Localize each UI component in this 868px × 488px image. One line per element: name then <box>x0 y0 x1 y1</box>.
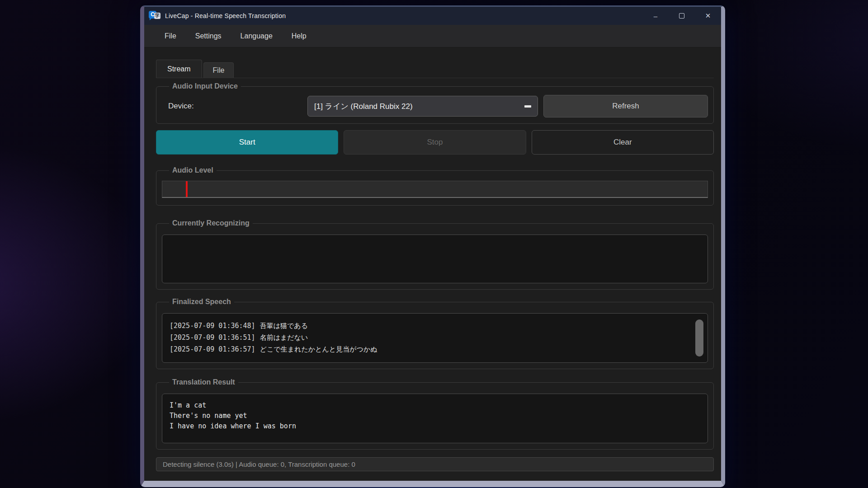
finalized-timestamp: [2025-07-09 01:36:48] <box>170 322 255 330</box>
tab-bar: Stream File <box>156 60 714 78</box>
tab-pane-divider <box>156 78 714 78</box>
maximize-icon <box>679 13 684 19</box>
title-bar: C 字 LiveCap - Real-time Speech Transcrip… <box>144 7 721 25</box>
minimize-button[interactable]: – <box>642 7 669 25</box>
minimize-icon: – <box>654 12 657 20</box>
currently-recognizing-legend: Currently Recognizing <box>169 219 253 227</box>
finalized-speech-legend: Finalized Speech <box>169 298 234 306</box>
translation-line: I have no idea where I was born <box>170 421 700 432</box>
finalized-line: [2025-07-09 01:36:57]どこで生まれたかとんと見当がつかぬ <box>170 343 700 355</box>
close-icon: ✕ <box>705 12 711 20</box>
translation-result-group: Translation Result I'm a cat There's no … <box>156 378 714 450</box>
audio-level-marker <box>186 181 188 197</box>
audio-input-device-group: Audio Input Device Device: [1] ライン (Rola… <box>156 82 714 124</box>
menu-language[interactable]: Language <box>233 29 280 43</box>
dropdown-indicator-icon <box>524 105 531 108</box>
refresh-button[interactable]: Refresh <box>543 95 708 117</box>
menu-help[interactable]: Help <box>284 29 314 43</box>
maximize-button[interactable] <box>669 7 695 25</box>
finalized-text: どこで生まれたかとんと見当がつかぬ <box>260 345 377 353</box>
app-window: C 字 LiveCap - Real-time Speech Transcrip… <box>140 5 725 487</box>
audio-level-group: Audio Level <box>156 166 714 206</box>
finalized-line: [2025-07-09 01:36:51]名前はまだない <box>170 332 700 343</box>
finalized-timestamp: [2025-07-09 01:36:51] <box>170 333 255 342</box>
finalized-text: 名前はまだない <box>260 333 308 342</box>
finalized-line: [2025-07-09 01:36:48]吾輩は猫である <box>170 320 700 332</box>
currently-recognizing-group: Currently Recognizing <box>156 219 714 290</box>
audio-level-meter <box>162 181 708 198</box>
audio-level-legend: Audio Level <box>169 166 217 174</box>
device-select-value: [1] ライン (Roland Rubix 22) <box>314 101 413 112</box>
app-icon: C 字 <box>149 10 160 21</box>
finalized-scrollbar-thumb[interactable] <box>695 319 703 357</box>
status-text: Detecting silence (3.0s) | Audio queue: … <box>163 460 355 468</box>
finalized-speech-group: Finalized Speech [2025-07-09 01:36:48]吾輩… <box>156 298 714 369</box>
window-controls: – ✕ <box>642 7 721 25</box>
translation-line: I'm a cat <box>170 400 700 411</box>
menu-file[interactable]: File <box>157 29 184 43</box>
audio-input-device-legend: Audio Input Device <box>169 82 241 90</box>
finalized-text: 吾輩は猫である <box>260 322 308 330</box>
tab-stream[interactable]: Stream <box>156 60 202 78</box>
app-icon-kanji-bubble: 字 <box>154 13 160 19</box>
translation-textbox[interactable]: I'm a cat There's no name yet I have no … <box>162 394 708 443</box>
device-row: Device: [1] ライン (Roland Rubix 22) Refres… <box>162 95 708 117</box>
finalized-timestamp: [2025-07-09 01:36:57] <box>170 345 255 353</box>
translation-line: There's no name yet <box>170 411 700 421</box>
device-label: Device: <box>162 102 307 111</box>
menu-bar: File Settings Language Help <box>144 25 721 47</box>
start-button[interactable]: Start <box>156 130 338 155</box>
window-title: LiveCap - Real-time Speech Transcription <box>165 12 286 19</box>
device-select[interactable]: [1] ライン (Roland Rubix 22) <box>307 96 538 117</box>
translation-result-legend: Translation Result <box>169 378 238 386</box>
finalized-speech-textbox[interactable]: [2025-07-09 01:36:48]吾輩は猫である [2025-07-09… <box>162 313 708 363</box>
main-content: Stream File Audio Input Device Device: [… <box>144 47 721 481</box>
close-button[interactable]: ✕ <box>695 7 721 25</box>
recognizing-textbox[interactable] <box>162 235 708 283</box>
stop-button[interactable]: Stop <box>344 130 526 155</box>
status-bar: Detecting silence (3.0s) | Audio queue: … <box>156 457 714 471</box>
transport-buttons: Start Stop Clear <box>156 130 714 155</box>
menu-settings[interactable]: Settings <box>188 29 229 43</box>
tab-file[interactable]: File <box>203 62 234 78</box>
clear-button[interactable]: Clear <box>532 130 714 155</box>
